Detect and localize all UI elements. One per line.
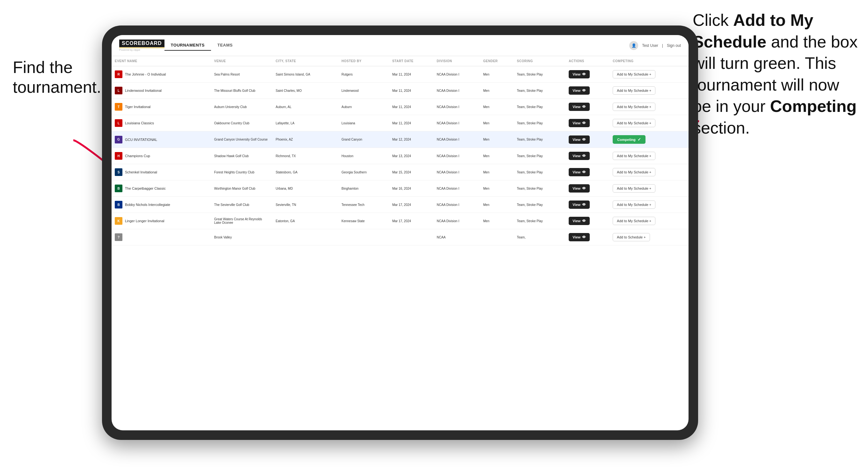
scoring-cell: Team, Stroke Play xyxy=(514,115,566,131)
event-name: The Carpetbagger Classic xyxy=(125,186,166,190)
actions-cell: View 👁 xyxy=(565,99,610,115)
view-button[interactable]: View 👁 xyxy=(569,86,590,95)
add-to-schedule-button[interactable]: Add to My Schedule + xyxy=(613,184,655,192)
gender-cell: Men xyxy=(480,197,514,213)
actions-cell: View 👁 xyxy=(565,148,610,164)
hosted-by-cell: Binghamton xyxy=(338,180,389,197)
competing-cell: Add to My Schedule + xyxy=(610,164,688,180)
division-cell: NCAA Division I xyxy=(434,197,480,213)
city-state-cell: Sevierville, TN xyxy=(273,197,338,213)
add-to-schedule-button[interactable]: Add to My Schedule + xyxy=(613,168,655,176)
col-start-date: START DATE xyxy=(389,56,434,66)
hosted-by-cell: Kennesaw State xyxy=(338,213,389,229)
header-user-area: 👤 Test User | Sign out xyxy=(629,41,681,50)
eye-icon: 👁 xyxy=(582,72,586,76)
add-to-schedule-button[interactable]: Add to My Schedule + xyxy=(613,103,655,111)
start-date-cell xyxy=(389,229,434,245)
view-button[interactable]: View 👁 xyxy=(569,152,590,160)
event-name: Tiger Invitational xyxy=(125,105,151,109)
add-to-schedule-button[interactable]: Add to My Schedule + xyxy=(613,217,655,225)
event-name: Lindenwood Invitational xyxy=(125,89,162,92)
competing-label: Competing xyxy=(617,138,635,142)
scoring-cell: Team, Stroke Play xyxy=(514,131,566,148)
gender-cell: Men xyxy=(480,213,514,229)
tab-teams[interactable]: TEAMS xyxy=(211,40,239,51)
hosted-by-cell: Houston xyxy=(338,148,389,164)
start-date-cell: Mar 16, 2024 xyxy=(389,180,434,197)
division-cell: NCAA Division I xyxy=(434,131,480,148)
start-date-cell: Mar 13, 2024 xyxy=(389,148,434,164)
hosted-by-cell: Rutgers xyxy=(338,66,389,83)
col-venue: VENUE xyxy=(211,56,273,66)
eye-icon: 👁 xyxy=(582,137,586,142)
gender-cell: Men xyxy=(480,66,514,83)
view-button[interactable]: View 👁 xyxy=(569,135,590,144)
division-cell: NCAA Division I xyxy=(434,164,480,180)
event-name-cell: G GCU INVITATIONAL xyxy=(112,131,211,148)
hosted-by-cell: Georgia Southern xyxy=(338,164,389,180)
table-row: B The Carpetbagger Classic Worthington M… xyxy=(112,180,688,197)
division-cell: NCAA Division I xyxy=(434,213,480,229)
hosted-by-cell: Grand Canyon xyxy=(338,131,389,148)
event-name: Bobby Nichols Intercollegiate xyxy=(125,203,170,207)
table-row: R The Johnnie - O Individual Sea Palms R… xyxy=(112,66,688,83)
start-date-cell: Mar 11, 2024 xyxy=(389,115,434,131)
add-schedule-label: Add to Schedule + xyxy=(617,235,646,239)
event-name-cell: T Tiger Invitational xyxy=(112,99,211,115)
add-to-schedule-button[interactable]: Add to My Schedule + xyxy=(613,152,655,160)
user-name: Test User xyxy=(642,43,658,48)
app-logo: SCOREBOARD Powered by clippd xyxy=(119,39,164,51)
add-to-schedule-button[interactable]: Add to Schedule + xyxy=(613,233,650,241)
venue-cell: The Missouri Bluffs Golf Club xyxy=(211,83,273,99)
actions-cell: View 👁 xyxy=(565,229,610,245)
actions-cell: View 👁 xyxy=(565,66,610,83)
view-button[interactable]: View 👁 xyxy=(569,233,590,241)
actions-cell: View 👁 xyxy=(565,164,610,180)
tab-tournaments[interactable]: TOURNAMENTS xyxy=(164,40,211,51)
signout-link[interactable]: Sign out xyxy=(667,43,681,48)
add-schedule-label: Add to My Schedule + xyxy=(617,219,651,223)
table-row: L Louisiana Classics Oakbourne Country C… xyxy=(112,115,688,131)
table-row: G GCU INVITATIONAL Grand Canyon Universi… xyxy=(112,131,688,148)
add-to-schedule-button[interactable]: Add to My Schedule + xyxy=(613,70,655,79)
view-button[interactable]: View 👁 xyxy=(569,217,590,225)
start-date-cell: Mar 11, 2024 xyxy=(389,66,434,83)
col-division: DIVISION xyxy=(434,56,480,66)
view-button[interactable]: View 👁 xyxy=(569,70,590,79)
event-name: Champions Cup xyxy=(125,154,150,158)
table-row: ? Brook ValleyNCAATeam, View 👁 Add to Sc… xyxy=(112,229,688,245)
view-button[interactable]: View 👁 xyxy=(569,103,590,111)
add-to-schedule-button[interactable]: Add to My Schedule + xyxy=(613,86,655,95)
view-button[interactable]: View 👁 xyxy=(569,119,590,127)
gender-cell: Men xyxy=(480,180,514,197)
competing-cell: Add to My Schedule + xyxy=(610,148,688,164)
view-button[interactable]: View 👁 xyxy=(569,168,590,176)
competing-cell: Add to My Schedule + xyxy=(610,197,688,213)
eye-icon: 👁 xyxy=(582,121,586,125)
competing-cell: Add to My Schedule + xyxy=(610,66,688,83)
eye-icon: 👁 xyxy=(582,203,586,207)
view-button[interactable]: View 👁 xyxy=(569,200,590,209)
venue-cell: Oakbourne Country Club xyxy=(211,115,273,131)
table-row: L Lindenwood Invitational The Missouri B… xyxy=(112,83,688,99)
add-schedule-label: Add to My Schedule + xyxy=(617,121,651,125)
col-actions: ACTIONS xyxy=(565,56,610,66)
actions-cell: View 👁 xyxy=(565,131,610,148)
city-state-cell: Saint Charles, MO xyxy=(273,83,338,99)
view-button[interactable]: View 👁 xyxy=(569,184,590,192)
table-row: H Champions Cup Shadow Hawk Golf ClubRic… xyxy=(112,148,688,164)
competing-button[interactable]: Competing ✓ xyxy=(613,135,645,144)
event-name-cell: S Schenkel Invitational xyxy=(112,164,211,180)
tournaments-table: EVENT NAME VENUE CITY, STATE HOSTED BY S… xyxy=(112,56,688,245)
tablet-screen: SCOREBOARD Powered by clippd TOURNAMENTS… xyxy=(112,35,688,430)
add-to-schedule-button[interactable]: Add to My Schedule + xyxy=(613,200,655,209)
division-cell: NCAA Division I xyxy=(434,66,480,83)
gender-cell: Men xyxy=(480,164,514,180)
event-name: The Johnnie - O Individual xyxy=(125,72,166,76)
event-name-cell: R The Johnnie - O Individual xyxy=(112,66,211,83)
city-state-cell: Phoenix, AZ xyxy=(273,131,338,148)
add-to-schedule-button[interactable]: Add to My Schedule + xyxy=(613,119,655,127)
venue-cell: Brook Valley xyxy=(211,229,273,245)
hosted-by-cell: Lindenwood xyxy=(338,83,389,99)
eye-icon: 👁 xyxy=(582,170,586,175)
